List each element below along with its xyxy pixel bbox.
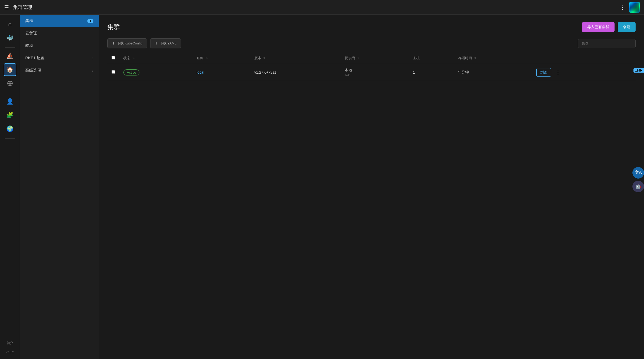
topbar-title: 集群管理 (13, 4, 620, 11)
sidebar-divider-1 (5, 47, 15, 48)
sidebar-divider-3 (5, 138, 15, 139)
provider-col-label: 提供商 (345, 56, 355, 60)
download-yaml-button[interactable]: ⬇ 下载 YAML (150, 38, 181, 48)
hosts-col-label: 主机 (413, 56, 420, 60)
row-actions: 浏览 ⋮ (536, 68, 631, 77)
sidebar-item-user[interactable]: 👤 (4, 95, 16, 108)
uptime-sort-icon: ⇅ (474, 57, 476, 60)
version-label: v2.8.2 (4, 348, 16, 356)
name-col-label: 名称 (197, 56, 203, 60)
cluster-version: v1.27.6+k3s1 (254, 70, 276, 74)
sidebar-item-cluster[interactable]: 🏠 (4, 63, 16, 76)
row-version-cell: v1.27.6+k3s1 (250, 64, 341, 81)
col-hosts[interactable]: 主机 (409, 53, 454, 64)
user-avatar[interactable] (629, 2, 640, 13)
advanced-label: 高级选项 (25, 68, 41, 73)
download-icon-1: ⬇ (112, 42, 115, 45)
provider-sub-text: K3s (345, 73, 404, 77)
table-row: Active local v1.27.6+k3s1 本地 K3s 1 (107, 64, 636, 81)
col-version[interactable]: 版本 ⇅ (250, 53, 341, 64)
sidebar-divider-2 (5, 93, 15, 93)
row-name-cell[interactable]: local (192, 64, 250, 81)
sidebar-bottom: 简介 v2.8.2 (4, 339, 16, 356)
status-badge: Active (123, 69, 139, 75)
uptime-value: 9 分钟 (458, 70, 469, 74)
name-sort-icon: ⇅ (205, 57, 208, 60)
download-icon-2: ⬇ (155, 42, 158, 45)
cluster-table: 状态 ⇅ 名称 ⇅ 版本 ⇅ 提供商 ⇅ 主机 (107, 53, 636, 81)
sidebar-item-intro[interactable]: 简介 (4, 339, 16, 347)
version-sort-icon: ⇅ (263, 57, 265, 60)
rke1-config-label: RKE1 配置 (25, 55, 44, 60)
table-body: Active local v1.27.6+k3s1 本地 K3s 1 (107, 64, 636, 81)
avatar-pixel-art (630, 3, 639, 12)
row-actions-cell: 浏览 ⋮ (532, 64, 636, 81)
rke1-chevron-icon: › (92, 56, 93, 60)
row-more-button[interactable]: ⋮ (553, 68, 563, 77)
toolbar-left: ⬇ 下载 KubeConfig ⬇ 下载 YAML (107, 38, 181, 48)
sidebar-item-cloud-credential[interactable]: 云凭证 (20, 27, 99, 39)
create-cluster-button[interactable]: 创建 (618, 22, 636, 32)
icon-sidebar: ⌂ 🐳 ⛵ 🏠 👤 🧩 🌍 简介 v2.8.2 (0, 15, 20, 359)
sidebar-item-plugin[interactable]: 🧩 (4, 109, 16, 122)
bot-button[interactable]: 🤖 (632, 181, 644, 192)
col-actions (532, 53, 636, 64)
col-status[interactable]: 状态 ⇅ (119, 53, 192, 64)
sidebar-item-global[interactable]: 🌍 (4, 123, 16, 135)
hosts-count: 1 (413, 70, 415, 74)
provider-main-text: 本地 (345, 68, 404, 73)
download-kubeconfig-label: 下载 KubeConfig (117, 41, 143, 46)
sidebar-item-workload[interactable]: 🐳 (4, 32, 16, 44)
filter-input[interactable] (578, 39, 636, 48)
cloud-credential-label: 云凭证 (25, 31, 37, 36)
sidebar-item-network[interactable] (4, 77, 16, 90)
right-float-buttons: 文A 🤖 (632, 167, 644, 192)
row-status-cell: Active (119, 64, 192, 81)
provider-info: 本地 K3s (345, 68, 404, 77)
cluster-name-link[interactable]: local (197, 70, 204, 74)
row-uptime-cell: 9 分钟 (454, 64, 532, 81)
translate-button[interactable]: 文A (632, 167, 644, 179)
cluster-badge: 1 (87, 19, 93, 23)
page-actions: 导入已有集群 创建 (582, 22, 636, 32)
explore-button[interactable]: 浏览 (536, 68, 551, 77)
page-title: 集群 (107, 23, 120, 31)
driver-label: 驱动 (25, 43, 33, 48)
advanced-chevron-icon: › (92, 68, 93, 73)
page-header: 集群 导入已有集群 创建 (107, 22, 636, 32)
download-kubeconfig-button[interactable]: ⬇ 下载 KubeConfig (107, 38, 147, 48)
row-checkbox[interactable] (112, 70, 115, 74)
row-checkbox-cell[interactable] (107, 64, 119, 81)
sidebar-item-home[interactable]: ⌂ (4, 18, 16, 31)
sidebar-item-driver[interactable]: 驱动 (20, 39, 99, 52)
topbar: ☰ 集群管理 ⋮ (0, 0, 644, 15)
provider-sort-icon: ⇅ (357, 57, 359, 60)
col-uptime[interactable]: 存活时间 ⇅ (454, 53, 532, 64)
row-hosts-cell: 1 (409, 64, 454, 81)
memory-badge: 114M (633, 68, 644, 73)
sidebar-item-rke1-config[interactable]: RKE1 配置 › (20, 52, 99, 64)
hamburger-menu-icon[interactable]: ☰ (4, 4, 9, 11)
cluster-menu-label: 集群 (25, 18, 33, 23)
col-provider[interactable]: 提供商 ⇅ (341, 53, 409, 64)
status-sort-icon: ⇅ (132, 57, 134, 60)
table-header: 状态 ⇅ 名称 ⇅ 版本 ⇅ 提供商 ⇅ 主机 (107, 53, 636, 64)
sidebar-item-cluster[interactable]: 集群 1 (20, 15, 99, 27)
toolbar: ⬇ 下载 KubeConfig ⬇ 下载 YAML (107, 38, 636, 48)
topbar-more-icon[interactable]: ⋮ (620, 4, 625, 11)
status-col-label: 状态 (123, 56, 130, 60)
secondary-sidebar: 集群 1 云凭证 驱动 RKE1 配置 › 高级选项 › (20, 15, 99, 359)
main-content: 集群 导入已有集群 创建 ⬇ 下载 KubeConfig ⬇ 下载 YAML (99, 15, 644, 359)
sidebar-item-advanced[interactable]: 高级选项 › (20, 64, 99, 77)
version-col-label: 版本 (254, 56, 261, 60)
sidebar-item-helm[interactable]: ⛵ (4, 50, 16, 62)
import-cluster-button[interactable]: 导入已有集群 (582, 22, 615, 32)
select-all-header[interactable] (107, 53, 119, 64)
col-name[interactable]: 名称 ⇅ (192, 53, 250, 64)
select-all-checkbox[interactable] (112, 56, 115, 59)
download-yaml-label: 下载 YAML (160, 41, 177, 46)
row-provider-cell: 本地 K3s (341, 64, 409, 81)
uptime-col-label: 存活时间 (458, 56, 472, 60)
